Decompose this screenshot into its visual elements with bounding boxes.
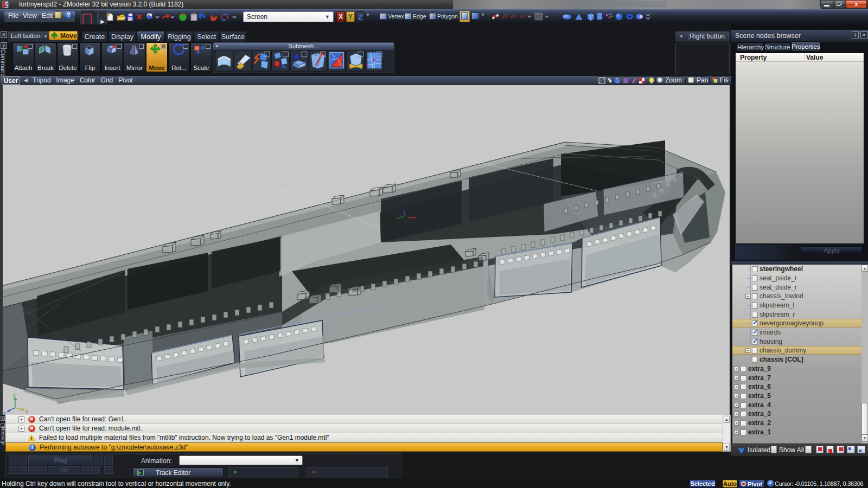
svg-text:z: z — [3, 410, 6, 415]
svg-text:y: y — [13, 392, 16, 397]
svg-text:x: x — [25, 409, 28, 414]
